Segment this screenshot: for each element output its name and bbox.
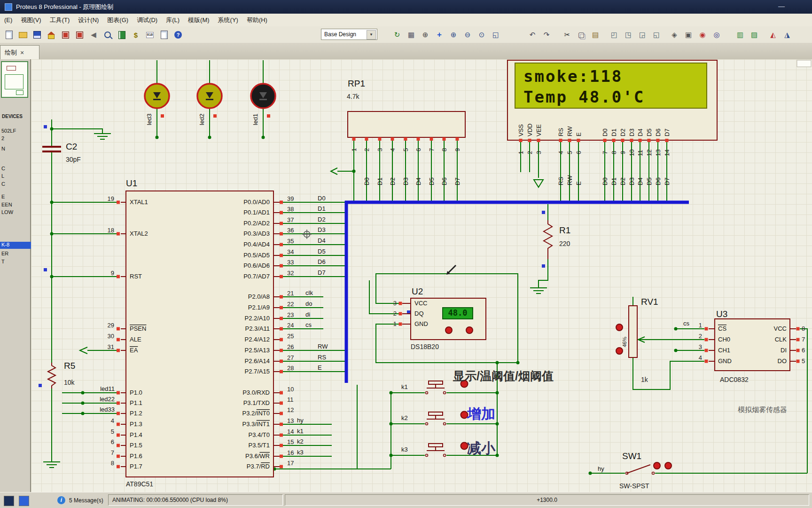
svg-text:2: 2 — [393, 310, 397, 317]
menu-item-design[interactable]: 设计(N) — [74, 14, 103, 26]
paste-icon[interactable]: ▤ — [589, 28, 602, 41]
menu-item-tools[interactable]: 工具(T) — [46, 14, 74, 26]
packaging-tool-icon[interactable]: ◉ — [696, 28, 709, 41]
device-item[interactable]: C — [1, 181, 30, 188]
menu-item-graph[interactable]: 图表(G) — [103, 14, 133, 26]
sensor-up-button[interactable] — [445, 327, 452, 333]
component-ref: R1 — [559, 225, 570, 235]
source-code-icon[interactable]: 010 — [143, 28, 156, 41]
close-icon[interactable]: × — [20, 49, 24, 56]
property-assign-icon[interactable]: ◭ — [766, 28, 780, 41]
key-k3[interactable]: k3 — [401, 443, 468, 457]
sim-pause-button[interactable] — [19, 496, 29, 506]
cost-icon[interactable]: $ — [129, 28, 142, 41]
switch-sw1[interactable]: SW1 SW-SPST hy — [598, 451, 671, 490]
svg-text:clk: clk — [305, 289, 313, 296]
make-device-icon[interactable]: ▣ — [682, 28, 695, 41]
menu-item-view[interactable]: 视图(V) — [16, 14, 45, 26]
svg-text:D6: D6 — [655, 177, 662, 185]
tab-schematic[interactable]: 绘制 × — [0, 45, 39, 60]
new-file-icon[interactable] — [2, 28, 16, 41]
bom-icon[interactable] — [115, 28, 128, 41]
svg-text:di: di — [305, 311, 310, 318]
simulate-icon[interactable]: ◀ — [87, 28, 100, 41]
menu-item-library[interactable]: 库(L) — [162, 14, 184, 26]
device-item[interactable]: T — [1, 259, 30, 266]
device-item[interactable]: ER — [1, 251, 30, 258]
copy-icon[interactable]: ▢ — [575, 28, 588, 41]
svg-text:D1: D1 — [610, 128, 617, 136]
animation-status: ANIMATING: 00:00:06.550000 (CPU load 8%) — [108, 494, 283, 506]
help-icon[interactable]: ? — [172, 28, 185, 41]
cut-icon[interactable]: ✂ — [561, 28, 574, 41]
minimize-button[interactable]: — — [775, 3, 788, 11]
sensor-down-button[interactable] — [466, 327, 473, 333]
sensor-u2[interactable]: U2 DS18B20 3 2 1 VCC DQ GND 48.0 — [393, 286, 486, 350]
zoom-area-icon[interactable]: ◱ — [489, 28, 502, 41]
search-tag-icon[interactable]: ▨ — [748, 28, 761, 41]
sim-play-button[interactable] — [4, 496, 14, 506]
notes-icon[interactable] — [157, 28, 171, 41]
block-rotate-icon[interactable]: ◲ — [636, 28, 649, 41]
svg-text:2: 2 — [526, 151, 533, 154]
pcb-layout-icon[interactable] — [73, 28, 86, 41]
menu-item-template[interactable]: 模版(M) — [184, 14, 214, 26]
svg-text:3: 3 — [376, 148, 383, 151]
block-move-icon[interactable]: ◳ — [622, 28, 635, 41]
redraw-icon[interactable]: ↻ — [390, 28, 404, 41]
pan-icon[interactable]: + — [433, 28, 446, 41]
undo-icon[interactable]: ↶ — [526, 28, 539, 41]
block-copy-icon[interactable]: ◰ — [608, 28, 621, 41]
menu-bar: (E) 视图(V) 工具(T) 设计(N) 图表(G) 调试(D) 库(L) 模… — [0, 14, 812, 27]
device-item[interactable]: 2 — [1, 135, 30, 143]
key-k2[interactable]: k2 — [401, 412, 468, 425]
menu-item-help[interactable]: 帮助(H) — [242, 14, 272, 26]
menu-item-file[interactable]: (E) — [0, 15, 16, 25]
zoom-out-icon[interactable]: ⊖ — [461, 28, 474, 41]
device-item[interactable]: C — [1, 166, 30, 173]
device-item[interactable]: LOW — [1, 209, 30, 216]
wire-autorouter-icon[interactable]: ▥ — [734, 28, 747, 41]
svg-text:k1: k1 — [401, 383, 408, 390]
svg-text:35: 35 — [287, 238, 294, 245]
design-explorer-icon[interactable] — [101, 28, 114, 41]
redo-icon[interactable]: ↷ — [540, 28, 553, 41]
save-project-icon[interactable] — [31, 28, 44, 41]
adc-u3[interactable]: U3 ADC0832 1 2 3 4 CS CH0 CH1 GND 8 — [683, 309, 805, 383]
schematic-capture-icon[interactable] — [59, 28, 72, 41]
device-item[interactable]: 502LF — [1, 128, 30, 135]
menu-item-system[interactable]: 系统(Y) — [214, 14, 242, 26]
svg-text:5: 5 — [402, 148, 409, 151]
svg-text:VCC: VCC — [414, 300, 427, 307]
zoom-all-icon[interactable]: ⊙ — [475, 28, 488, 41]
menu-item-debug[interactable]: 调试(D) — [133, 14, 162, 26]
device-item[interactable]: N — [1, 146, 30, 153]
device-item[interactable]: EEN — [1, 202, 30, 209]
zoom-in-icon[interactable]: ⊕ — [447, 28, 460, 41]
info-icon[interactable]: i — [57, 496, 65, 504]
sheet-selector-value: Base Design — [324, 31, 356, 38]
mcu-u1[interactable]: U1 AT89C51 XTAL1 19 XTAL2 18 — [100, 178, 328, 488]
design-sheet-icon[interactable]: ◮ — [781, 28, 794, 41]
decompose-icon[interactable]: ◎ — [710, 28, 723, 41]
block-delete-icon[interactable]: ◱ — [650, 28, 663, 41]
resistor-r1[interactable]: R1 220 — [544, 220, 570, 259]
schematic-canvas[interactable]: C2 30pF R5 10k led3 — [31, 59, 812, 492]
overview-minimap[interactable] — [1, 61, 28, 98]
chevron-down-icon[interactable]: ▼ — [367, 30, 376, 40]
message-count[interactable]: 5 Message(s) — [69, 497, 103, 504]
svg-text:8: 8 — [441, 148, 448, 151]
svg-text:P1.6: P1.6 — [130, 452, 142, 460]
sheet-selector[interactable]: Base Design ▼ — [321, 29, 377, 40]
device-item[interactable]: L — [1, 173, 30, 180]
home-icon[interactable] — [45, 28, 58, 41]
device-item[interactable]: E — [1, 194, 30, 201]
resistor-r5[interactable]: R5 10k — [48, 361, 75, 389]
capacitor-c2[interactable]: C2 30pF — [42, 142, 81, 163]
device-item-selected[interactable]: K-8 — [0, 242, 31, 249]
grid-toggle-icon[interactable]: ▦ — [405, 28, 418, 41]
pick-device-icon[interactable]: ◈ — [668, 28, 681, 41]
open-project-icon[interactable] — [16, 28, 30, 41]
origin-icon[interactable]: ⊕ — [419, 28, 432, 41]
svg-text:39: 39 — [287, 195, 294, 202]
